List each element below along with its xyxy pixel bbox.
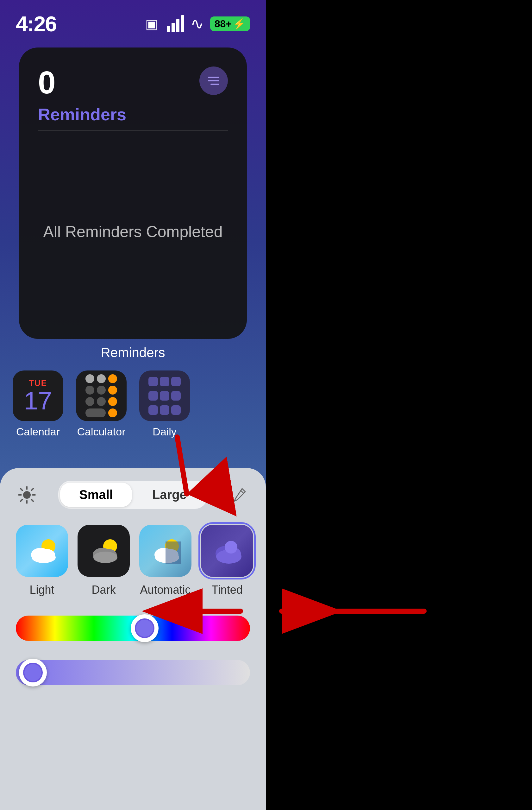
bar1 bbox=[167, 26, 170, 32]
style-item-dark[interactable]: Dark bbox=[78, 525, 130, 597]
hue-thumb-inner bbox=[135, 618, 154, 638]
bar3 bbox=[176, 19, 180, 32]
eyedropper-button[interactable] bbox=[228, 484, 250, 506]
style-options: Light Dark bbox=[16, 525, 250, 597]
brightness-icon bbox=[16, 484, 38, 506]
large-size-button[interactable]: Large bbox=[133, 483, 206, 507]
svg-point-0 bbox=[23, 491, 31, 499]
widget-content: All Reminders Completed bbox=[38, 143, 228, 320]
svg-point-17 bbox=[93, 552, 117, 563]
reminders-widget: 0 Reminders All Reminders Completed bbox=[19, 48, 247, 339]
signal-bars bbox=[167, 15, 184, 32]
status-icons: ▣ ∿ 88+ ⚡ bbox=[145, 15, 250, 33]
app-icon-item-calendar[interactable]: TUE 17 Calendar bbox=[13, 371, 63, 438]
widget-title: Reminders bbox=[38, 104, 228, 124]
panel-top-row: Small Large bbox=[16, 481, 250, 509]
opacity-thumb[interactable] bbox=[19, 659, 47, 686]
status-time: 4:26 bbox=[16, 11, 56, 36]
reminders-label: Reminders bbox=[0, 345, 266, 360]
svg-line-8 bbox=[20, 499, 22, 501]
dark-style-icon bbox=[78, 525, 130, 577]
daily-icon bbox=[139, 371, 190, 421]
style-item-automatic[interactable]: Automatic bbox=[139, 525, 192, 597]
right-arrows bbox=[266, 0, 532, 810]
svg-line-7 bbox=[31, 489, 33, 490]
calculator-icon bbox=[76, 371, 127, 421]
light-style-label: Light bbox=[30, 583, 54, 597]
opacity-slider[interactable] bbox=[16, 660, 250, 685]
opacity-thumb-inner bbox=[23, 663, 43, 682]
black-area bbox=[266, 0, 532, 810]
eyedropper-icon bbox=[231, 487, 247, 503]
wifi-icon: ∿ bbox=[190, 15, 204, 33]
dark-weather-icon bbox=[85, 532, 123, 570]
auto-weather-icon bbox=[147, 532, 184, 570]
light-weather-icon bbox=[23, 532, 61, 570]
bar4 bbox=[181, 15, 184, 32]
color-sliders bbox=[16, 616, 250, 685]
svg-line-5 bbox=[20, 489, 22, 490]
tinted-style-icon bbox=[201, 525, 253, 577]
hamburger-icon bbox=[208, 77, 219, 85]
calculator-label: Calculator bbox=[77, 425, 125, 438]
battery-badge: 88+ ⚡ bbox=[210, 16, 250, 31]
auto-style-label: Automatic bbox=[140, 583, 190, 597]
bottom-panel: Small Large bbox=[0, 468, 266, 810]
small-size-button[interactable]: Small bbox=[60, 483, 132, 507]
calendar-icon: TUE 17 bbox=[13, 371, 63, 421]
app-icons-row: TUE 17 Calendar bbox=[13, 371, 190, 438]
hue-slider[interactable] bbox=[16, 616, 250, 641]
svg-line-9 bbox=[240, 490, 244, 493]
tinted-style-label: Tinted bbox=[212, 583, 243, 597]
dark-style-label: Dark bbox=[92, 583, 116, 597]
app-icon-item-daily[interactable]: Daily bbox=[139, 371, 190, 438]
widget-menu-button[interactable] bbox=[199, 66, 228, 95]
hue-thumb[interactable] bbox=[131, 614, 159, 642]
size-toggle[interactable]: Small Large bbox=[58, 481, 207, 509]
bar2 bbox=[171, 23, 175, 32]
widget-top: 0 bbox=[38, 66, 228, 98]
light-style-icon bbox=[16, 525, 68, 577]
svg-point-26 bbox=[225, 541, 237, 553]
auto-style-icon bbox=[139, 525, 192, 577]
screen-record-icon: ▣ bbox=[145, 16, 158, 32]
calendar-label: Calendar bbox=[16, 425, 60, 438]
sun-icon bbox=[17, 485, 36, 504]
app-icon-item-calculator[interactable]: Calculator bbox=[76, 371, 127, 438]
style-item-light[interactable]: Light bbox=[16, 525, 68, 597]
calendar-day-num: 17 bbox=[24, 388, 52, 414]
widget-divider bbox=[38, 130, 228, 131]
widget-completed-text: All Reminders Completed bbox=[43, 223, 223, 241]
daily-label: Daily bbox=[152, 425, 177, 438]
style-item-tinted[interactable]: Tinted bbox=[201, 525, 253, 597]
widget-count: 0 bbox=[38, 66, 56, 98]
svg-line-6 bbox=[31, 499, 33, 501]
svg-rect-22 bbox=[166, 541, 181, 564]
calc-grid bbox=[79, 371, 123, 421]
svg-point-13 bbox=[32, 552, 56, 563]
phone-screen: 4:26 ▣ ∿ 88+ ⚡ 0 bbox=[0, 0, 266, 810]
status-bar: 4:26 ▣ ∿ 88+ ⚡ bbox=[0, 0, 266, 38]
tinted-weather-icon bbox=[208, 532, 246, 570]
